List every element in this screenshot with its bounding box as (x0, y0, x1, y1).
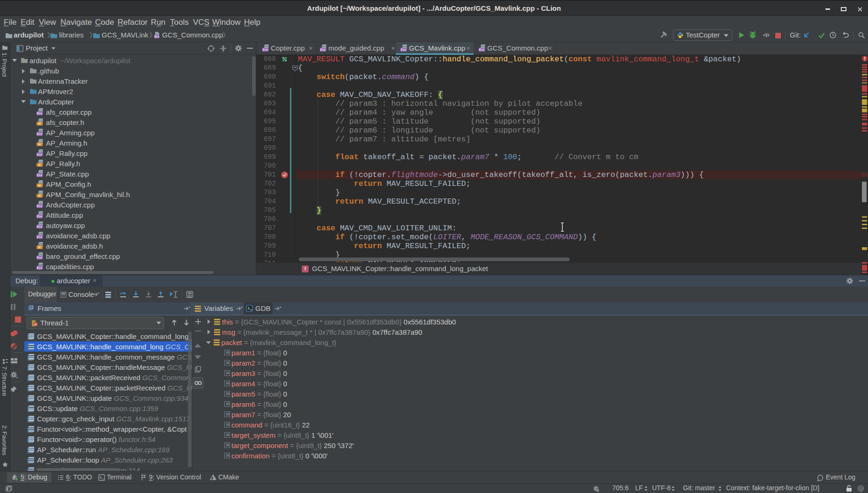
svg-text:C++: C++ (154, 35, 159, 38)
